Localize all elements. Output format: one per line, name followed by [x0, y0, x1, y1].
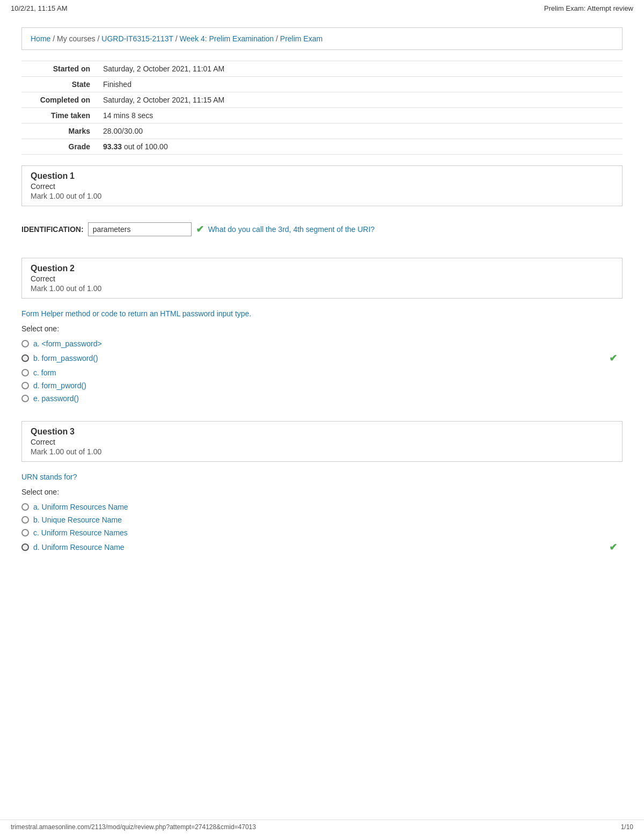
- datetime: 10/2/21, 11:15 AM: [11, 4, 68, 12]
- q3-option-d: d. Uniform Resource Name✔: [21, 539, 623, 555]
- breadcrumb-exam[interactable]: Prelim Exam: [280, 34, 323, 43]
- started-label: Started on: [21, 61, 97, 77]
- q2-option-e: e. password(): [21, 392, 623, 405]
- q3-number: 3: [70, 427, 75, 436]
- grade-value: 93.33 out of 100.00: [97, 139, 623, 155]
- breadcrumb-home[interactable]: Home: [31, 34, 50, 43]
- grade-rest: out of 100.00: [122, 142, 168, 151]
- radio-q3-a[interactable]: [21, 503, 29, 511]
- info-row-started: Started on Saturday, 2 October 2021, 11:…: [21, 61, 623, 77]
- breadcrumb-week[interactable]: Week 4: Prelim Examination: [180, 34, 274, 43]
- q2-number: 2: [70, 264, 75, 273]
- radio-q3-c[interactable]: [21, 529, 29, 536]
- option-text-d: d. form_pword(): [33, 381, 86, 390]
- q1-question-text: What do you call the 3rd, 4th segment of…: [208, 225, 375, 234]
- page-title: Prelim Exam: Attempt review: [544, 4, 633, 12]
- state-value: Finished: [97, 77, 623, 92]
- q1-mark: Mark 1.00 out of 1.00: [31, 192, 613, 200]
- marks-label: Marks: [21, 124, 97, 139]
- time-value: 14 mins 8 secs: [97, 108, 623, 124]
- state-label: State: [21, 77, 97, 92]
- radio-q3-d[interactable]: [21, 543, 29, 551]
- q3-option-b: b. Unique Resource Name: [21, 513, 623, 526]
- correct-icon-b: ✔: [609, 352, 623, 364]
- option-text-a: a. <form_password>: [33, 339, 102, 348]
- q2-option-a: a. <form_password>: [21, 337, 623, 350]
- q1-label: Question 1: [31, 171, 613, 181]
- q2-label-text: Question: [31, 264, 68, 273]
- question3-body: URN stands for? Select one: a. Uniform R…: [21, 462, 623, 566]
- q1-correct-icon: ✔: [196, 223, 204, 235]
- info-row-time: Time taken 14 mins 8 secs: [21, 108, 623, 124]
- q1-identification-label: IDENTIFICATION:: [21, 225, 84, 234]
- footer-page: 1/10: [621, 823, 633, 831]
- top-bar: 10/2/21, 11:15 AM Prelim Exam: Attempt r…: [0, 0, 644, 17]
- question1-body: IDENTIFICATION: ✔ What do you call the 3…: [21, 206, 623, 252]
- info-row-marks: Marks 28.00/30.00: [21, 124, 623, 139]
- breadcrumb-mycourses: My courses: [57, 34, 96, 43]
- q3-mark: Mark 1.00 out of 1.00: [31, 447, 613, 456]
- q2-options: a. <form_password>b. form_password()✔c. …: [21, 337, 623, 405]
- correct-icon-q3-d: ✔: [609, 541, 623, 553]
- radio-b[interactable]: [21, 354, 29, 362]
- q2-status: Correct: [31, 274, 613, 283]
- option-text-q3-b: b. Unique Resource Name: [33, 516, 122, 524]
- time-label: Time taken: [21, 108, 97, 124]
- option-text-q3-d: d. Uniform Resource Name: [33, 543, 125, 552]
- q1-status: Correct: [31, 182, 613, 191]
- radio-c[interactable]: [21, 369, 29, 376]
- q3-select-label: Select one:: [21, 488, 623, 496]
- breadcrumb: Home / My courses / UGRD-IT6315-2113T / …: [21, 27, 623, 50]
- q1-label-text: Question: [31, 171, 68, 180]
- q1-identification-row: IDENTIFICATION: ✔ What do you call the 3…: [21, 217, 623, 242]
- q2-option-b: b. form_password()✔: [21, 350, 623, 366]
- q3-options: a. Uniform Resources Nameb. Unique Resou…: [21, 501, 623, 555]
- breadcrumb-sep1: /: [53, 34, 57, 43]
- started-value: Saturday, 2 October 2021, 11:01 AM: [97, 61, 623, 77]
- info-row-state: State Finished: [21, 77, 623, 92]
- option-text-c: c. form: [33, 368, 56, 377]
- breadcrumb-sep4: /: [276, 34, 280, 43]
- option-text-b: b. form_password(): [33, 354, 98, 362]
- q3-question-text: URN stands for?: [21, 473, 623, 481]
- q1-answer-input[interactable]: [88, 222, 192, 236]
- footer-url: trimestral.amaesonline.com/2113/mod/quiz…: [11, 823, 256, 831]
- radio-e[interactable]: [21, 395, 29, 402]
- q2-label: Question 2: [31, 264, 613, 273]
- grade-bold: 93.33: [103, 142, 122, 151]
- completed-value: Saturday, 2 October 2021, 11:15 AM: [97, 92, 623, 108]
- option-text-e: e. password(): [33, 394, 79, 403]
- breadcrumb-course[interactable]: UGRD-IT6315-2113T: [101, 34, 173, 43]
- q2-question-text: Form Helper method or code to return an …: [21, 309, 623, 318]
- option-text-q3-a: a. Uniform Resources Name: [33, 503, 128, 511]
- q2-option-d: d. form_pword(): [21, 379, 623, 392]
- q2-mark: Mark 1.00 out of 1.00: [31, 284, 613, 293]
- breadcrumb-sep3: /: [175, 34, 180, 43]
- grade-label: Grade: [21, 139, 97, 155]
- q2-option-c: c. form: [21, 366, 623, 379]
- q3-label: Question 3: [31, 427, 613, 437]
- info-table: Started on Saturday, 2 October 2021, 11:…: [21, 61, 623, 155]
- q2-select-label: Select one:: [21, 324, 623, 333]
- question2-body: Form Helper method or code to return an …: [21, 299, 623, 416]
- radio-a[interactable]: [21, 340, 29, 347]
- marks-value: 28.00/30.00: [97, 124, 623, 139]
- q3-status: Correct: [31, 438, 613, 446]
- completed-label: Completed on: [21, 92, 97, 108]
- q3-option-c: c. Uniform Resource Names: [21, 526, 623, 539]
- question3-header: Question 3 Correct Mark 1.00 out of 1.00: [21, 421, 623, 462]
- option-text-q3-c: c. Uniform Resource Names: [33, 528, 128, 537]
- question2-header: Question 2 Correct Mark 1.00 out of 1.00: [21, 258, 623, 299]
- question1-header: Question 1 Correct Mark 1.00 out of 1.00: [21, 165, 623, 206]
- q3-label-text: Question: [31, 427, 68, 436]
- main-content: Home / My courses / UGRD-IT6315-2113T / …: [0, 17, 644, 604]
- radio-d[interactable]: [21, 382, 29, 389]
- footer-bar: trimestral.amaesonline.com/2113/mod/quiz…: [0, 820, 644, 834]
- q3-option-a: a. Uniform Resources Name: [21, 501, 623, 513]
- q1-number: 1: [70, 171, 75, 180]
- info-row-grade: Grade 93.33 out of 100.00: [21, 139, 623, 155]
- radio-q3-b[interactable]: [21, 516, 29, 524]
- info-row-completed: Completed on Saturday, 2 October 2021, 1…: [21, 92, 623, 108]
